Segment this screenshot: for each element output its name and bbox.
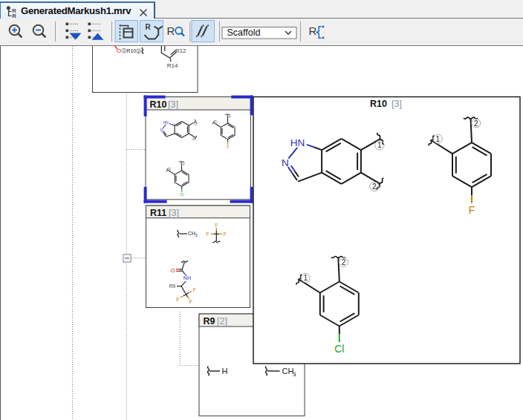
svg-text:R9: R9: [169, 283, 176, 289]
svg-text:F: F: [206, 232, 209, 237]
svg-text:[3]: [3]: [169, 208, 179, 218]
svg-text:R: R: [167, 24, 175, 37]
svg-text:F: F: [215, 223, 218, 228]
svg-text:3: 3: [293, 371, 296, 378]
svg-text:R: R: [309, 24, 317, 37]
svg-text:F: F: [224, 232, 227, 237]
svg-text:R12: R12: [175, 47, 186, 54]
svg-text:3: 3: [195, 233, 198, 237]
svg-text:NH: NH: [183, 275, 191, 280]
svg-text:R10: R10: [150, 99, 167, 110]
svg-text:[3]: [3]: [168, 99, 178, 110]
svg-text:H: H: [222, 367, 228, 375]
svg-text:1: 1: [123, 49, 126, 53]
svg-text:O: O: [117, 47, 121, 54]
svg-text:O: O: [170, 267, 175, 274]
svg-text:Scaffold: Scaffold: [227, 27, 261, 38]
svg-text:[2]: [2]: [217, 316, 227, 327]
svg-text:[3]: [3]: [392, 99, 402, 109]
svg-text:2: 2: [137, 50, 140, 53]
svg-text:CH: CH: [188, 231, 195, 236]
svg-text:F: F: [189, 299, 192, 304]
svg-text:R9: R9: [204, 316, 215, 327]
svg-text:R10: R10: [370, 99, 387, 109]
svg-text:F: F: [193, 287, 196, 292]
svg-text:R: R: [146, 23, 152, 31]
svg-text:F: F: [176, 297, 179, 302]
svg-text:R11: R11: [150, 208, 166, 218]
svg-text:R10: R10: [127, 48, 137, 53]
svg-text:R: R: [12, 13, 16, 19]
svg-text:R14: R14: [167, 62, 178, 69]
